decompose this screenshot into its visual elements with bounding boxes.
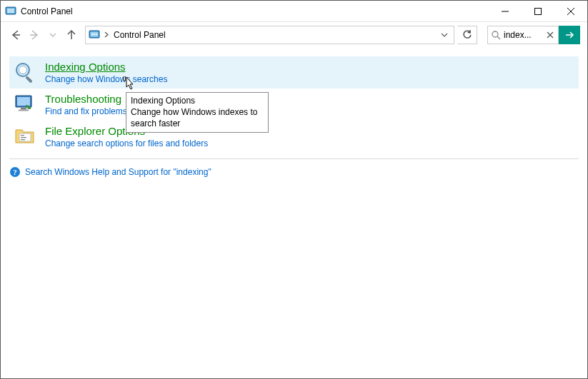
address-dropdown[interactable]	[438, 26, 451, 44]
control-panel-icon	[5, 6, 16, 17]
svg-point-5	[8, 11, 9, 13]
close-button[interactable]	[554, 1, 587, 21]
control-panel-icon	[89, 29, 100, 41]
result-title: Troubleshooting	[45, 93, 127, 105]
svg-point-19	[96, 34, 97, 35]
svg-point-20	[492, 31, 498, 37]
result-desc[interactable]: Find and fix problems	[45, 106, 127, 116]
tooltip-title: Indexing Options	[131, 95, 264, 106]
search-results: Indexing Options Change how Windows sear…	[1, 48, 587, 178]
recent-locations-dropdown[interactable]	[45, 27, 61, 43]
help-search-link[interactable]: ? Search Windows Help and Support for "i…	[9, 158, 579, 178]
svg-rect-31	[19, 110, 29, 111]
svg-text:?: ?	[13, 168, 17, 176]
svg-point-3	[10, 9, 11, 11]
window-title: Control Panel	[21, 6, 73, 16]
search-text: index...	[504, 30, 544, 40]
titlebar: Control Panel	[1, 1, 587, 22]
svg-rect-9	[535, 8, 542, 14]
clear-search-button[interactable]	[547, 31, 555, 39]
navigation-toolbar: Control Panel index...	[1, 22, 587, 48]
result-desc[interactable]: Change how Windows searches	[45, 74, 167, 84]
help-icon: ?	[9, 166, 21, 178]
result-item-troubleshooting[interactable]: Troubleshooting Find and fix problems	[9, 89, 579, 121]
svg-rect-35	[21, 139, 25, 140]
svg-point-26	[19, 66, 27, 74]
search-input[interactable]: index...	[487, 26, 559, 44]
help-text: Search Windows Help and Support for "ind…	[25, 167, 211, 177]
tooltip-body: Change how Windows indexes to search fas…	[131, 106, 264, 129]
up-button[interactable]	[64, 27, 79, 43]
breadcrumb-item[interactable]: Control Panel	[114, 30, 166, 40]
result-item-indexing-options[interactable]: Indexing Options Change how Windows sear…	[9, 56, 579, 89]
svg-point-6	[10, 11, 11, 13]
tooltip: Indexing Options Change how Windows inde…	[126, 92, 269, 133]
forward-button[interactable]	[26, 27, 42, 43]
svg-point-18	[94, 34, 95, 35]
svg-rect-29	[17, 97, 30, 106]
result-desc[interactable]: Change search options for files and fold…	[45, 138, 208, 148]
svg-rect-27	[25, 76, 33, 84]
chevron-right-icon[interactable]	[104, 31, 109, 39]
refresh-button[interactable]	[457, 26, 477, 44]
minimize-button[interactable]	[489, 1, 522, 21]
search-icon	[491, 30, 501, 40]
svg-rect-33	[21, 135, 24, 136]
svg-point-17	[91, 34, 93, 35]
result-item-file-explorer-options[interactable]: File Explorer Options Change search opti…	[9, 121, 579, 153]
magnifier-icon	[14, 61, 36, 84]
svg-line-21	[497, 36, 500, 39]
back-button[interactable]	[8, 27, 24, 43]
address-bar[interactable]: Control Panel	[85, 26, 454, 44]
svg-rect-30	[21, 108, 26, 110]
result-title: Indexing Options	[45, 61, 167, 73]
svg-point-7	[12, 11, 14, 13]
maximize-button[interactable]	[522, 1, 554, 21]
window-controls	[489, 1, 587, 21]
svg-point-2	[8, 9, 9, 11]
svg-rect-34	[21, 137, 26, 138]
folder-options-icon	[14, 125, 36, 148]
svg-point-4	[12, 9, 14, 11]
search-go-button[interactable]	[559, 26, 580, 44]
monitor-icon	[14, 93, 36, 116]
